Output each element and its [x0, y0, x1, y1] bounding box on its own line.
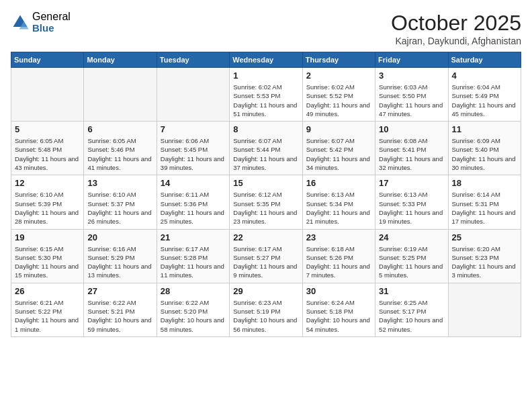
- day-number: 23: [306, 232, 371, 242]
- table-row: 14Sunrise: 6:11 AM Sunset: 5:36 PM Dayli…: [157, 175, 229, 229]
- day-number: 31: [379, 286, 444, 296]
- table-row: 4Sunrise: 6:04 AM Sunset: 5:49 PM Daylig…: [448, 68, 521, 122]
- day-number: 25: [452, 232, 517, 242]
- week-row-2: 5Sunrise: 6:05 AM Sunset: 5:48 PM Daylig…: [11, 122, 521, 175]
- day-info: Sunrise: 6:17 AM Sunset: 5:27 PM Dayligh…: [233, 244, 298, 280]
- day-number: 6: [87, 124, 152, 134]
- day-info: Sunrise: 6:19 AM Sunset: 5:25 PM Dayligh…: [379, 244, 444, 280]
- day-number: 29: [233, 286, 298, 296]
- day-info: Sunrise: 6:13 AM Sunset: 5:34 PM Dayligh…: [306, 190, 371, 226]
- day-info: Sunrise: 6:07 AM Sunset: 5:44 PM Dayligh…: [233, 136, 298, 172]
- day-number: 17: [379, 178, 444, 188]
- table-row: 3Sunrise: 6:03 AM Sunset: 5:50 PM Daylig…: [375, 68, 448, 122]
- day-info: Sunrise: 6:07 AM Sunset: 5:42 PM Dayligh…: [306, 136, 371, 172]
- day-number: 28: [161, 286, 226, 296]
- table-row: 20Sunrise: 6:16 AM Sunset: 5:29 PM Dayli…: [84, 229, 157, 283]
- table-row: 12Sunrise: 6:10 AM Sunset: 5:39 PM Dayli…: [11, 175, 84, 229]
- month-title: October 2025: [391, 11, 521, 36]
- day-number: 4: [452, 71, 517, 81]
- table-row: 26Sunrise: 6:21 AM Sunset: 5:22 PM Dayli…: [11, 283, 84, 336]
- day-number: 5: [15, 124, 80, 134]
- day-info: Sunrise: 6:25 AM Sunset: 5:17 PM Dayligh…: [379, 298, 444, 334]
- day-info: Sunrise: 6:10 AM Sunset: 5:37 PM Dayligh…: [87, 190, 152, 226]
- table-row: 25Sunrise: 6:20 AM Sunset: 5:23 PM Dayli…: [448, 229, 521, 283]
- logo-text: General Blue: [32, 11, 71, 34]
- page-header: General Blue October 2025 Kajran, Daykun…: [11, 11, 521, 46]
- day-info: Sunrise: 6:16 AM Sunset: 5:29 PM Dayligh…: [87, 244, 152, 280]
- calendar-table: Sunday Monday Tuesday Wednesday Thursday…: [11, 52, 521, 337]
- day-info: Sunrise: 6:06 AM Sunset: 5:45 PM Dayligh…: [161, 136, 226, 172]
- table-row: [11, 68, 84, 122]
- table-row: 29Sunrise: 6:23 AM Sunset: 5:19 PM Dayli…: [230, 283, 302, 336]
- header-thursday: Thursday: [302, 52, 375, 68]
- table-row: 19Sunrise: 6:15 AM Sunset: 5:30 PM Dayli…: [11, 229, 84, 283]
- day-info: Sunrise: 6:22 AM Sunset: 5:20 PM Dayligh…: [161, 298, 226, 334]
- day-number: 24: [379, 232, 444, 242]
- header-sunday: Sunday: [11, 52, 84, 68]
- table-row: 9Sunrise: 6:07 AM Sunset: 5:42 PM Daylig…: [302, 122, 375, 175]
- table-row: 23Sunrise: 6:18 AM Sunset: 5:26 PM Dayli…: [302, 229, 375, 283]
- header-tuesday: Tuesday: [157, 52, 229, 68]
- day-number: 1: [233, 71, 298, 81]
- day-info: Sunrise: 6:10 AM Sunset: 5:39 PM Dayligh…: [15, 190, 80, 226]
- day-info: Sunrise: 6:17 AM Sunset: 5:28 PM Dayligh…: [161, 244, 226, 280]
- day-number: 3: [379, 71, 444, 81]
- day-info: Sunrise: 6:11 AM Sunset: 5:36 PM Dayligh…: [161, 190, 226, 226]
- header-saturday: Saturday: [448, 52, 521, 68]
- table-row: 8Sunrise: 6:07 AM Sunset: 5:44 PM Daylig…: [230, 122, 302, 175]
- day-info: Sunrise: 6:05 AM Sunset: 5:46 PM Dayligh…: [87, 136, 152, 172]
- day-info: Sunrise: 6:03 AM Sunset: 5:50 PM Dayligh…: [379, 83, 444, 118]
- week-row-3: 12Sunrise: 6:10 AM Sunset: 5:39 PM Dayli…: [11, 175, 521, 229]
- day-info: Sunrise: 6:20 AM Sunset: 5:23 PM Dayligh…: [452, 244, 517, 280]
- table-row: 2Sunrise: 6:02 AM Sunset: 5:52 PM Daylig…: [302, 68, 375, 122]
- day-number: 12: [15, 178, 80, 188]
- table-row: 21Sunrise: 6:17 AM Sunset: 5:28 PM Dayli…: [157, 229, 229, 283]
- week-row-5: 26Sunrise: 6:21 AM Sunset: 5:22 PM Dayli…: [11, 283, 521, 336]
- table-row: 1Sunrise: 6:02 AM Sunset: 5:53 PM Daylig…: [230, 68, 302, 122]
- day-info: Sunrise: 6:12 AM Sunset: 5:35 PM Dayligh…: [233, 190, 298, 226]
- day-info: Sunrise: 6:23 AM Sunset: 5:19 PM Dayligh…: [233, 298, 298, 334]
- day-info: Sunrise: 6:14 AM Sunset: 5:31 PM Dayligh…: [452, 190, 517, 226]
- table-row: 22Sunrise: 6:17 AM Sunset: 5:27 PM Dayli…: [230, 229, 302, 283]
- day-number: 11: [452, 124, 517, 134]
- table-row: 17Sunrise: 6:13 AM Sunset: 5:33 PM Dayli…: [375, 175, 448, 229]
- day-info: Sunrise: 6:24 AM Sunset: 5:18 PM Dayligh…: [306, 298, 371, 334]
- day-number: 2: [306, 71, 371, 81]
- table-row: 7Sunrise: 6:06 AM Sunset: 5:45 PM Daylig…: [157, 122, 229, 175]
- table-row: 30Sunrise: 6:24 AM Sunset: 5:18 PM Dayli…: [302, 283, 375, 336]
- logo-icon: [11, 13, 30, 32]
- logo-blue: Blue: [32, 23, 71, 34]
- day-info: Sunrise: 6:15 AM Sunset: 5:30 PM Dayligh…: [15, 244, 80, 280]
- header-wednesday: Wednesday: [230, 52, 302, 68]
- table-row: 18Sunrise: 6:14 AM Sunset: 5:31 PM Dayli…: [448, 175, 521, 229]
- table-row: [84, 68, 157, 122]
- day-number: 21: [161, 232, 226, 242]
- week-row-1: 1Sunrise: 6:02 AM Sunset: 5:53 PM Daylig…: [11, 68, 521, 122]
- day-info: Sunrise: 6:02 AM Sunset: 5:53 PM Dayligh…: [233, 83, 298, 118]
- day-number: 10: [379, 124, 444, 134]
- table-row: 11Sunrise: 6:09 AM Sunset: 5:40 PM Dayli…: [448, 122, 521, 175]
- day-info: Sunrise: 6:04 AM Sunset: 5:49 PM Dayligh…: [452, 83, 517, 118]
- logo-general: General: [32, 11, 71, 23]
- header-monday: Monday: [84, 52, 157, 68]
- day-number: 18: [452, 178, 517, 188]
- day-number: 27: [87, 286, 152, 296]
- day-number: 9: [306, 124, 371, 134]
- day-number: 7: [161, 124, 226, 134]
- logo: General Blue: [11, 11, 71, 34]
- table-row: 27Sunrise: 6:22 AM Sunset: 5:21 PM Dayli…: [84, 283, 157, 336]
- day-number: 30: [306, 286, 371, 296]
- day-number: 14: [161, 178, 226, 188]
- title-block: October 2025 Kajran, Daykundi, Afghanist…: [391, 11, 521, 46]
- day-info: Sunrise: 6:22 AM Sunset: 5:21 PM Dayligh…: [87, 298, 152, 334]
- day-info: Sunrise: 6:09 AM Sunset: 5:40 PM Dayligh…: [452, 136, 517, 172]
- day-number: 20: [87, 232, 152, 242]
- day-number: 22: [233, 232, 298, 242]
- table-row: 15Sunrise: 6:12 AM Sunset: 5:35 PM Dayli…: [230, 175, 302, 229]
- table-row: 16Sunrise: 6:13 AM Sunset: 5:34 PM Dayli…: [302, 175, 375, 229]
- day-number: 26: [15, 286, 80, 296]
- table-row: 5Sunrise: 6:05 AM Sunset: 5:48 PM Daylig…: [11, 122, 84, 175]
- table-row: 31Sunrise: 6:25 AM Sunset: 5:17 PM Dayli…: [375, 283, 448, 336]
- day-number: 8: [233, 124, 298, 134]
- day-number: 15: [233, 178, 298, 188]
